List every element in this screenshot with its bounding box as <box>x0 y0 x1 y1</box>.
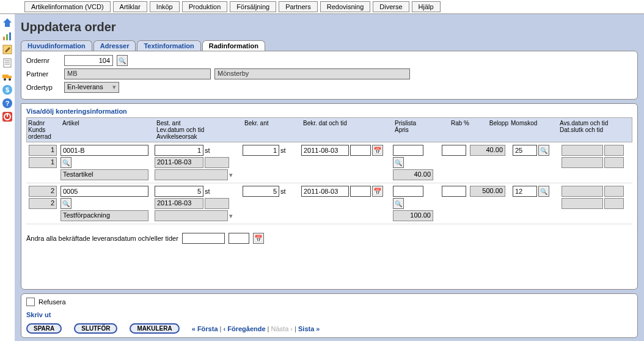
momskod-search-icon[interactable]: 🔍 <box>538 186 549 197</box>
artikel-name-cell: Testartikel <box>60 169 148 180</box>
bekr-tid-input[interactable] <box>350 145 371 156</box>
prislista-input[interactable] <box>393 186 423 197</box>
top-tab-inkop[interactable]: Inköp <box>150 1 180 12</box>
grid-body: 1 1 🔍 Testartikel st 2011-08-03 ▾ st 📅 <box>26 142 632 224</box>
home-icon[interactable] <box>1 16 13 29</box>
ordernr-search-icon[interactable]: 🔍 <box>117 55 128 66</box>
page-title: Uppdatera order <box>21 20 638 34</box>
chart-icon[interactable] <box>1 30 13 42</box>
change-all-time-input[interactable] <box>229 233 249 244</box>
best-ant-input[interactable] <box>155 186 203 197</box>
edit-icon[interactable] <box>1 43 13 56</box>
calendar-icon[interactable]: 📅 <box>253 233 264 244</box>
rab-input[interactable] <box>442 186 466 197</box>
document-icon[interactable] <box>1 57 13 69</box>
top-tab-diverse[interactable]: Diverse <box>373 1 409 12</box>
top-tab-redovisning[interactable]: Redovisning <box>320 1 371 12</box>
momskod-input[interactable] <box>513 186 537 197</box>
tab-adresser[interactable]: Adresser <box>93 40 136 51</box>
kunds-orderrad-cell: 2 <box>29 198 57 209</box>
table-row: 2 2 🔍 Testförpackning st 2011-08-03 ▾ st <box>26 183 632 224</box>
top-tab-artikelinfo[interactable]: Artikelinformation (VCD) <box>24 1 111 12</box>
prislista-search-icon[interactable]: 🔍 <box>393 198 404 209</box>
change-all-dates-label: Ändra alla bekräftade leveransdatum och/… <box>26 235 178 242</box>
complete-button[interactable]: SLUTFÖR <box>74 323 117 334</box>
avvikelse-select <box>155 210 228 221</box>
best-ant-input[interactable] <box>155 145 203 156</box>
svg-text:$: $ <box>5 86 9 94</box>
partner-code-field: MB <box>64 68 211 79</box>
left-sidebar: $ ? <box>0 14 15 341</box>
money-icon[interactable]: $ <box>1 84 13 96</box>
bekr-ant-input[interactable] <box>243 145 279 156</box>
avvikelse-select <box>155 169 228 180</box>
bekr-dat-input[interactable] <box>301 145 349 156</box>
tab-radinformation[interactable]: Radinformation <box>202 40 265 51</box>
power-icon[interactable] <box>1 111 13 123</box>
artikel-input[interactable] <box>60 145 148 156</box>
svg-point-12 <box>9 78 11 81</box>
lev-datum-cell: 2011-08-03 <box>155 198 203 209</box>
top-tab-forsaljning[interactable]: Försäljning <box>230 1 276 12</box>
bekr-tid-input[interactable] <box>350 186 371 197</box>
cancel-order-button[interactable]: MAKULERA <box>130 323 179 334</box>
artikel-search-icon[interactable]: 🔍 <box>60 157 71 168</box>
save-button[interactable]: SPARA <box>26 323 62 334</box>
rab-input[interactable] <box>442 145 466 156</box>
apris-cell: 40.00 <box>393 169 433 180</box>
ordernr-input[interactable] <box>64 55 113 66</box>
top-tab-produktion[interactable]: Produktion <box>182 1 228 12</box>
apris-cell: 100.00 <box>393 210 433 221</box>
datslut-tid-cell <box>604 198 624 209</box>
help-icon[interactable]: ? <box>1 97 13 109</box>
momskod-search-icon[interactable]: 🔍 <box>538 145 549 156</box>
calendar-icon[interactable]: 📅 <box>372 145 383 156</box>
table-row: 1 1 🔍 Testartikel st 2011-08-03 ▾ st 📅 <box>26 142 632 183</box>
momskod-input[interactable] <box>513 145 537 156</box>
svg-rect-10 <box>9 76 12 78</box>
unit-label: st <box>280 188 286 195</box>
toggle-kontering-link[interactable]: Visa/dölj konteringsinformation <box>26 108 632 115</box>
pager-prev-link[interactable]: ‹ Föregående <box>223 325 265 332</box>
radnr-cell: 2 <box>29 186 57 197</box>
pager-last-link[interactable]: Sista » <box>298 325 320 332</box>
svg-rect-2 <box>6 34 8 40</box>
ordernr-label: Ordernr <box>26 57 60 64</box>
print-link[interactable]: Skriv ut <box>26 311 632 318</box>
bekr-ant-input[interactable] <box>243 186 279 197</box>
prislista-input[interactable] <box>393 145 423 156</box>
footer-panel: Refusera Skriv ut SPARA SLUTFÖR MAKULERA… <box>21 293 638 338</box>
artikel-name-cell: Testförpackning <box>60 210 148 221</box>
belopp-cell: 40.00 <box>470 145 505 156</box>
prislista-search-icon[interactable]: 🔍 <box>393 157 404 168</box>
datslut-tid-cell <box>604 157 624 168</box>
ordertyp-label: Ordertyp <box>26 84 60 91</box>
top-tab-partners[interactable]: Partners <box>279 1 318 12</box>
top-tab-artiklar[interactable]: Artiklar <box>113 1 147 12</box>
artikel-search-icon[interactable]: 🔍 <box>60 198 71 209</box>
top-menu-bar: Artikelinformation (VCD) Artiklar Inköp … <box>0 0 644 14</box>
pager-first-link[interactable]: « Första <box>192 325 218 332</box>
svg-rect-9 <box>2 75 9 78</box>
datslut-cell <box>562 198 603 209</box>
tab-huvudinformation[interactable]: Huvudinformation <box>21 40 92 51</box>
avs-datum-cell <box>562 145 603 156</box>
truck-icon[interactable] <box>1 70 13 82</box>
grid-header: RadnrKunds orderrad Artikel Best. antLev… <box>26 117 632 142</box>
bekr-dat-input[interactable] <box>301 186 349 197</box>
artikel-input[interactable] <box>60 186 148 197</box>
change-all-date-input[interactable] <box>182 233 225 244</box>
unit-label: st <box>205 147 210 154</box>
header-form-panel: Ordernr 🔍 Partner MB Mönsterby Ordertyp … <box>21 51 638 100</box>
avs-tid-cell <box>604 145 624 156</box>
partner-name-field: Mönsterby <box>214 68 410 79</box>
tab-textinformation[interactable]: Textinformation <box>137 40 200 51</box>
avs-tid-cell <box>604 186 624 197</box>
svg-rect-3 <box>9 32 11 40</box>
refusera-checkbox[interactable] <box>26 298 35 306</box>
svg-rect-1 <box>3 37 5 40</box>
calendar-icon[interactable]: 📅 <box>372 186 383 197</box>
lev-tid-cell <box>205 157 229 168</box>
kunds-orderrad-cell: 1 <box>29 157 57 168</box>
top-tab-hjalp[interactable]: Hjälp <box>412 1 441 12</box>
